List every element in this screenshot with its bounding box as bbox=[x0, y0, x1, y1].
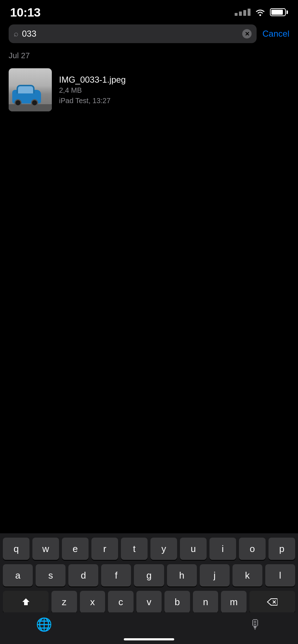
key-row-3: z x c v b n m bbox=[3, 591, 295, 613]
cancel-button[interactable]: Cancel bbox=[262, 29, 289, 39]
date-header: Jul 27 bbox=[0, 48, 298, 64]
home-indicator bbox=[124, 638, 174, 640]
search-input[interactable] bbox=[22, 29, 239, 39]
search-icon: ⌕ bbox=[14, 29, 18, 38]
file-location: iPad Test, 13:27 bbox=[59, 97, 289, 105]
key-z[interactable]: z bbox=[51, 591, 77, 613]
key-b[interactable]: b bbox=[164, 591, 190, 613]
key-u[interactable]: u bbox=[180, 538, 207, 560]
key-s[interactable]: s bbox=[36, 564, 66, 586]
status-icons bbox=[235, 8, 288, 16]
status-time: 10:13 bbox=[10, 5, 40, 19]
key-n[interactable]: n bbox=[193, 591, 218, 613]
shift-key[interactable] bbox=[3, 591, 49, 613]
search-bar[interactable]: ⌕ ✕ bbox=[9, 24, 257, 43]
key-m[interactable]: m bbox=[221, 591, 247, 613]
microphone-icon[interactable]: 🎙 bbox=[249, 617, 262, 632]
file-name: IMG_0033-1.jpeg bbox=[59, 75, 289, 85]
globe-icon[interactable]: 🌐 bbox=[36, 617, 52, 632]
file-info: IMG_0033-1.jpeg 2,4 MB iPad Test, 13:27 bbox=[59, 75, 289, 105]
delete-key[interactable] bbox=[249, 591, 295, 613]
key-a[interactable]: a bbox=[3, 564, 33, 586]
keyboard: q w e r t y u i o p a s d f g h j k l z … bbox=[0, 533, 298, 644]
key-x[interactable]: x bbox=[80, 591, 105, 613]
status-bar: 10:13 bbox=[0, 0, 298, 19]
key-k[interactable]: k bbox=[232, 564, 262, 586]
key-g[interactable]: g bbox=[134, 564, 164, 586]
key-i[interactable]: i bbox=[209, 538, 236, 560]
key-e[interactable]: e bbox=[62, 538, 89, 560]
key-w[interactable]: w bbox=[32, 538, 59, 560]
key-f[interactable]: f bbox=[101, 564, 131, 586]
key-row-1: q w e r t y u i o p bbox=[3, 538, 295, 560]
svg-point-0 bbox=[259, 14, 261, 16]
file-size: 2,4 MB bbox=[59, 86, 289, 95]
key-o[interactable]: o bbox=[239, 538, 266, 560]
bottom-bar: 🌐 🎙 bbox=[0, 612, 298, 644]
key-y[interactable]: y bbox=[150, 538, 177, 560]
key-p[interactable]: p bbox=[268, 538, 295, 560]
key-l[interactable]: l bbox=[265, 564, 295, 586]
file-thumbnail bbox=[9, 68, 52, 111]
key-j[interactable]: j bbox=[200, 564, 230, 586]
key-v[interactable]: v bbox=[136, 591, 162, 613]
key-c[interactable]: c bbox=[108, 591, 134, 613]
key-h[interactable]: h bbox=[167, 564, 197, 586]
key-r[interactable]: r bbox=[91, 538, 118, 560]
key-row-2: a s d f g h j k l bbox=[3, 564, 295, 586]
clear-button[interactable]: ✕ bbox=[242, 29, 252, 38]
wifi-icon bbox=[255, 8, 266, 16]
battery-icon bbox=[270, 8, 288, 16]
signal-icon bbox=[235, 9, 250, 16]
key-d[interactable]: d bbox=[68, 564, 98, 586]
search-container: ⌕ ✕ Cancel bbox=[0, 19, 298, 48]
list-item[interactable]: IMG_0033-1.jpeg 2,4 MB iPad Test, 13:27 bbox=[0, 64, 298, 116]
key-t[interactable]: t bbox=[121, 538, 148, 560]
key-q[interactable]: q bbox=[3, 538, 30, 560]
